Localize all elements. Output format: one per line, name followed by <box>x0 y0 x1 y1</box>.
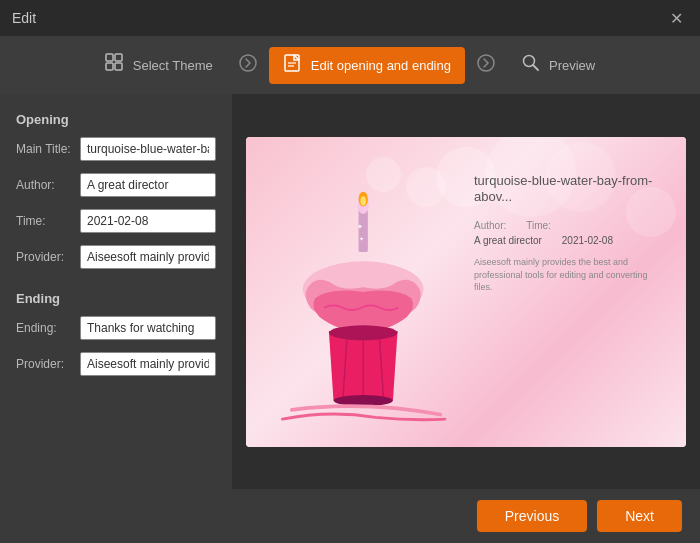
preview-card: ✦ ✦ <box>246 137 686 447</box>
grid-icon <box>105 53 125 78</box>
main-title-input[interactable] <box>80 137 216 161</box>
step-edit-opening[interactable]: Edit opening and ending <box>269 47 465 84</box>
preview-meta-values: A great director 2021-02-08 <box>474 235 668 246</box>
svg-text:✦: ✦ <box>357 221 363 230</box>
svg-rect-1 <box>106 63 113 70</box>
provider-opening-input[interactable] <box>80 245 216 269</box>
provider-ending-label: Provider: <box>16 357 80 371</box>
main-content: Opening Main Title: Author: Time: Provid… <box>0 94 700 489</box>
svg-rect-2 <box>115 54 122 61</box>
preview-time-value: 2021-02-08 <box>562 235 613 246</box>
author-label: Author: <box>16 178 80 192</box>
preview-text-area: turquoise-blue-water-bay-from-abov... Au… <box>466 165 676 303</box>
previous-button[interactable]: Previous <box>477 500 587 532</box>
ending-input[interactable] <box>80 316 216 340</box>
provider-opening-row: Provider: <box>16 245 216 269</box>
svg-line-10 <box>533 65 538 70</box>
provider-opening-label: Provider: <box>16 250 80 264</box>
right-preview: ✦ ✦ <box>232 94 700 489</box>
title-bar: Edit ✕ <box>0 0 700 36</box>
svg-text:✦: ✦ <box>359 235 364 241</box>
author-input[interactable] <box>80 173 216 197</box>
time-input[interactable] <box>80 209 216 233</box>
svg-point-21 <box>329 325 398 340</box>
step-preview-label: Preview <box>549 58 595 73</box>
svg-point-4 <box>240 55 256 71</box>
preview-title: turquoise-blue-water-bay-from-abov... <box>474 173 668 207</box>
time-row: Time: <box>16 209 216 233</box>
preview-author-value: A great director <box>474 235 542 246</box>
preview-image: ✦ ✦ <box>246 137 686 447</box>
ending-section-title: Ending <box>16 291 216 306</box>
footer: Previous Next <box>0 489 700 543</box>
arrow-1 <box>239 54 257 77</box>
preview-meta-labels: Author: Time: <box>474 220 668 231</box>
window-title: Edit <box>12 10 36 26</box>
main-title-row: Main Title: <box>16 137 216 161</box>
opening-section-title: Opening <box>16 112 216 127</box>
svg-point-14 <box>360 196 366 205</box>
close-button[interactable]: ✕ <box>664 6 688 30</box>
ending-label: Ending: <box>16 321 80 335</box>
provider-ending-row: Provider: <box>16 352 216 376</box>
preview-provider-text: Aiseesoft mainly provides the best and p… <box>474 256 668 294</box>
ending-row: Ending: <box>16 316 216 340</box>
time-label: Time: <box>16 214 80 228</box>
cupcake-image: ✦ ✦ <box>276 187 456 447</box>
step-select-theme-label: Select Theme <box>133 58 213 73</box>
preview-author-label: Author: <box>474 220 506 231</box>
svg-rect-0 <box>106 54 113 61</box>
left-panel: Opening Main Title: Author: Time: Provid… <box>0 94 232 489</box>
provider-ending-input[interactable] <box>80 352 216 376</box>
step-edit-label: Edit opening and ending <box>311 58 451 73</box>
main-title-label: Main Title: <box>16 142 80 156</box>
svg-point-8 <box>478 55 494 71</box>
edit-icon <box>283 53 303 78</box>
search-icon <box>521 53 541 78</box>
step-select-theme[interactable]: Select Theme <box>91 47 227 84</box>
svg-rect-3 <box>115 63 122 70</box>
steps-bar: Select Theme Edit opening and ending <box>0 36 700 94</box>
preview-time-label: Time: <box>526 220 551 231</box>
arrow-2 <box>477 54 495 77</box>
author-row: Author: <box>16 173 216 197</box>
next-button[interactable]: Next <box>597 500 682 532</box>
step-preview[interactable]: Preview <box>507 47 609 84</box>
